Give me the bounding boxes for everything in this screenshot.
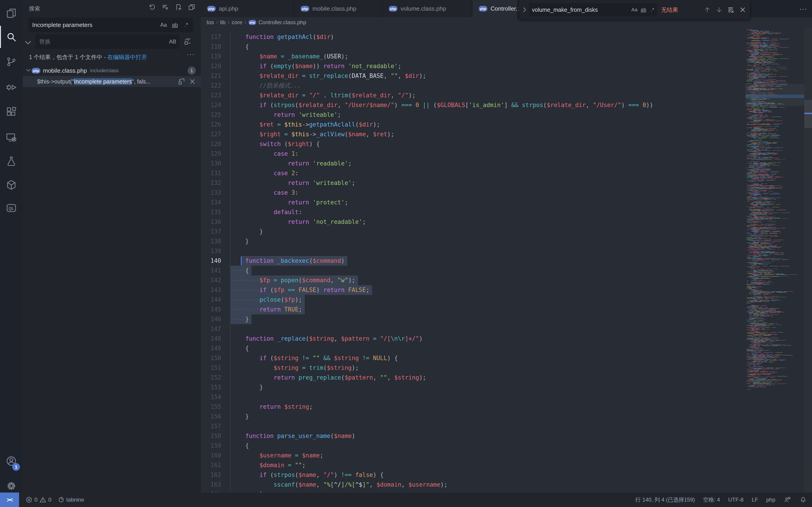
code-line-content[interactable]: $ret = $this->getpathAclall($dir); — [230, 120, 804, 129]
code-line-content[interactable]: $right = $this->_aclView($name, $ret); — [230, 129, 804, 139]
activitybar-account-icon[interactable]: 1 — [0, 449, 23, 473]
code-line-content[interactable]: if (strpos($relate_dir, "/User/$name/") … — [230, 100, 804, 110]
code-line-content[interactable]: function _replace($string, $pattern = "/… — [230, 334, 804, 344]
activitybar-extensions-icon[interactable] — [0, 100, 23, 124]
activitybar-package-icon[interactable] — [0, 173, 23, 197]
search-result-file-row[interactable]: php mobile.class.php include/class 1 — [23, 65, 201, 76]
breadcrumb-item-core[interactable]: core — [232, 19, 242, 25]
code-line-content[interactable]: return $string; — [230, 402, 804, 412]
activitybar-testing-icon[interactable] — [0, 150, 23, 173]
code-line-content[interactable]: case 2: — [230, 168, 804, 178]
split-editor-icon[interactable] — [783, 3, 794, 14]
code-line-content[interactable]: //防呆模式... — [230, 81, 804, 91]
code-line-content[interactable]: if ($string != "" && $string != NULL) { — [230, 353, 804, 363]
scrollbar[interactable] — [804, 27, 812, 493]
status-language-mode[interactable]: php — [766, 497, 775, 503]
find-in-selection-icon[interactable] — [726, 5, 736, 15]
code-line-content[interactable]: case 3: — [230, 188, 804, 198]
code-line-content[interactable]: ········return TRUE; — [230, 305, 804, 315]
breadcrumb-item-Controller.class.php[interactable]: phpController.class.php — [249, 19, 306, 25]
refresh-icon[interactable] — [147, 2, 157, 12]
find-next-icon[interactable] — [714, 5, 724, 15]
code-editor[interactable]: 117 function getpathAcl($dir)118 {119 $n… — [201, 27, 804, 493]
dismiss-match-button[interactable] — [188, 77, 197, 86]
preserve-case-toggle[interactable]: AB — [168, 37, 177, 47]
code-line-content[interactable]: return 'writeable'; — [230, 110, 804, 120]
code-line-content[interactable]: case 1: — [230, 149, 804, 159]
code-line-content[interactable]: $name = _basename_(USER); — [230, 52, 804, 61]
activitybar-explorer-icon[interactable] — [0, 1, 23, 25]
find-widget-sash[interactable] — [517, 0, 518, 19]
clear-results-icon[interactable] — [160, 2, 170, 12]
code-line-content[interactable]: ········$fp = popen($command, "w"); — [230, 275, 804, 285]
find-regex-toggle[interactable]: .* — [648, 5, 657, 14]
breadcrumb-item-tos[interactable]: tos — [207, 19, 214, 25]
minimap[interactable] — [745, 27, 804, 493]
open-in-editor-link[interactable]: 在编辑器中打开 — [107, 54, 147, 60]
code-line-content[interactable]: switch ($right) { — [230, 139, 804, 149]
code-line-content[interactable]: default: — [230, 207, 804, 217]
toggle-replace-chevron[interactable] — [23, 38, 33, 47]
code-line-content[interactable]: } — [230, 227, 804, 236]
code-line-content[interactable]: sscanf($name, "%[^/]/%[^$]", $domain, $u… — [230, 480, 804, 490]
tabnine-status[interactable]: tabnine — [58, 496, 84, 503]
code-line-content[interactable] — [230, 421, 804, 431]
replace-all-button[interactable] — [183, 37, 193, 47]
status-encoding[interactable]: UTF-8 — [728, 497, 744, 503]
code-line-content[interactable]: $username = $name; — [230, 451, 804, 460]
find-match-case-toggle[interactable]: Aa — [630, 5, 639, 14]
search-match-row[interactable]: $this->output("Incomplete parameters", f… — [23, 76, 201, 87]
code-line-content[interactable]: ········pclose($fp); — [230, 295, 804, 305]
open-in-editor-icon[interactable] — [187, 2, 197, 12]
code-line-content[interactable]: function getpathAcl($dir) — [230, 32, 804, 42]
code-line-content[interactable]: { — [230, 42, 804, 52]
find-previous-icon[interactable] — [702, 5, 712, 15]
whole-word-toggle[interactable]: ab — [170, 20, 180, 30]
code-line-content[interactable]: } — [230, 412, 804, 421]
tab-api.php[interactable]: phpapi.php — [201, 0, 294, 17]
code-line-content[interactable]: function _backexec($command) — [230, 256, 804, 266]
match-case-toggle[interactable]: Aa — [159, 20, 168, 30]
code-line-content[interactable]: $relate_dir = str_replace(DATA_BASE, "",… — [230, 71, 804, 81]
code-line-content[interactable] — [230, 246, 804, 256]
code-line-content[interactable]: if (empty($name)) return 'not_readable'; — [230, 61, 804, 71]
status-indentation[interactable]: 空格: 4 — [703, 496, 720, 503]
search-details-toggle[interactable]: ··· — [185, 50, 197, 58]
code-line-content[interactable]: { — [230, 441, 804, 451]
problems-status[interactable]: 0 0 — [26, 496, 51, 503]
activitybar-remote-explorer-icon[interactable] — [0, 125, 23, 150]
activitybar-search-icon[interactable] — [0, 25, 23, 49]
replace-input[interactable] — [35, 38, 168, 45]
code-line-content[interactable]: return 'writeable'; — [230, 178, 804, 188]
activitybar-run-debug-icon[interactable] — [0, 75, 23, 99]
search-input[interactable] — [29, 21, 159, 29]
find-input[interactable] — [529, 7, 630, 13]
code-line-content[interactable]: return 'readable'; — [230, 159, 804, 168]
code-line-content[interactable]: $relate_dir = "/" . ltrim($relate_dir, "… — [230, 91, 804, 100]
code-line-content[interactable]: if (strpos($name, "/") !== false) { — [230, 470, 804, 480]
breadcrumb-item-lib[interactable]: lib — [220, 19, 225, 25]
code-line-content[interactable]: ····} — [230, 315, 804, 324]
code-line-content[interactable]: return 'not_readable'; — [230, 217, 804, 227]
tab-volume.class.php[interactable]: phpvolume.class.php — [383, 0, 472, 17]
code-line-content[interactable]: { — [230, 344, 804, 353]
code-line-content[interactable]: } — [230, 236, 804, 246]
code-line-content[interactable] — [230, 392, 804, 402]
replace-match-button[interactable] — [177, 77, 186, 86]
code-line-content[interactable]: } — [230, 383, 804, 392]
more-actions-icon[interactable]: ··· — [798, 3, 808, 14]
code-line-content[interactable] — [230, 324, 804, 334]
feedback-icon[interactable] — [783, 496, 791, 504]
find-close-icon[interactable] — [738, 5, 748, 15]
activitybar-codeql-icon[interactable]: QL — [0, 196, 23, 220]
code-line-content[interactable]: $string = trim($string); — [230, 363, 804, 373]
status-cursor-position[interactable]: 行 140, 列 4 (已选择159) — [635, 496, 695, 503]
activitybar-source-control-icon[interactable] — [0, 50, 23, 74]
code-line-content[interactable]: return 'protect'; — [230, 198, 804, 207]
tab-mobile.class.php[interactable]: phpmobile.class.php — [294, 0, 383, 17]
find-toggle-replace-chevron[interactable] — [521, 6, 528, 13]
status-eol[interactable]: LF — [752, 497, 758, 503]
code-line-content[interactable]: function parse_user_name($name) — [230, 431, 804, 441]
regex-toggle[interactable]: .* — [181, 20, 191, 30]
code-line-content[interactable]: return preg_replace($pattern, "", $strin… — [230, 373, 804, 383]
